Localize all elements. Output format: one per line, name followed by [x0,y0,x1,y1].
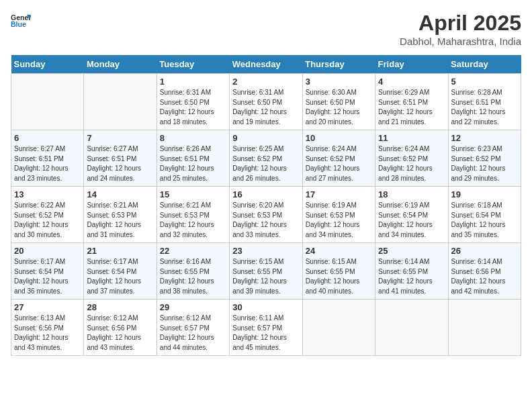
day-info: Sunrise: 6:11 AMSunset: 6:57 PMDaylight:… [232,314,299,353]
day-number: 1 [160,77,226,87]
weekday-header-tuesday: Tuesday [157,55,229,74]
calendar-cell: 20Sunrise: 6:17 AMSunset: 6:54 PMDayligh… [11,243,84,300]
day-info: Sunrise: 6:22 AMSunset: 6:52 PMDaylight:… [14,201,81,240]
calendar-cell: 14Sunrise: 6:21 AMSunset: 6:53 PMDayligh… [84,187,157,243]
day-number: 10 [306,133,372,143]
day-info: Sunrise: 6:24 AMSunset: 6:52 PMDaylight:… [378,144,445,183]
day-info: Sunrise: 6:14 AMSunset: 6:55 PMDaylight:… [378,257,445,296]
day-number: 7 [87,133,153,143]
day-number: 8 [160,133,226,143]
calendar-cell: 12Sunrise: 6:23 AMSunset: 6:52 PMDayligh… [448,130,521,187]
calendar-cell: 2Sunrise: 6:31 AMSunset: 6:50 PMDaylight… [230,74,302,130]
day-info: Sunrise: 6:28 AMSunset: 6:51 PMDaylight:… [451,88,518,127]
weekday-header-thursday: Thursday [302,55,375,74]
day-number: 11 [378,133,445,143]
day-info: Sunrise: 6:23 AMSunset: 6:52 PMDaylight:… [451,144,518,183]
calendar-cell [302,300,375,356]
day-number: 12 [451,133,518,143]
calendar-week-row: 6Sunrise: 6:27 AMSunset: 6:51 PMDaylight… [11,130,521,187]
day-info: Sunrise: 6:24 AMSunset: 6:52 PMDaylight:… [306,144,372,183]
calendar-cell [448,300,521,356]
calendar-cell: 27Sunrise: 6:13 AMSunset: 6:56 PMDayligh… [11,300,84,356]
day-number: 24 [306,246,372,256]
calendar-cell: 8Sunrise: 6:26 AMSunset: 6:51 PMDaylight… [157,130,229,187]
day-number: 27 [14,302,81,312]
day-number: 21 [87,246,153,256]
day-number: 15 [160,189,226,199]
day-info: Sunrise: 6:19 AMSunset: 6:54 PMDaylight:… [378,201,445,240]
calendar-cell: 3Sunrise: 6:30 AMSunset: 6:50 PMDaylight… [302,74,375,130]
calendar-cell: 26Sunrise: 6:14 AMSunset: 6:56 PMDayligh… [448,243,521,300]
weekday-header-saturday: Saturday [448,55,521,74]
day-info: Sunrise: 6:25 AMSunset: 6:52 PMDaylight:… [232,144,299,183]
day-info: Sunrise: 6:21 AMSunset: 6:53 PMDaylight:… [160,201,226,240]
day-number: 18 [378,189,445,199]
day-number: 26 [451,246,518,256]
calendar-week-row: 1Sunrise: 6:31 AMSunset: 6:50 PMDaylight… [11,74,521,130]
day-info: Sunrise: 6:29 AMSunset: 6:51 PMDaylight:… [378,88,445,127]
logo: General Blue [11,11,31,31]
calendar-cell: 9Sunrise: 6:25 AMSunset: 6:52 PMDaylight… [230,130,302,187]
month-title: April 2025 [400,11,521,36]
day-info: Sunrise: 6:12 AMSunset: 6:57 PMDaylight:… [160,314,226,353]
day-info: Sunrise: 6:14 AMSunset: 6:56 PMDaylight:… [451,257,518,296]
day-number: 16 [232,189,299,199]
calendar-cell: 25Sunrise: 6:14 AMSunset: 6:55 PMDayligh… [375,243,448,300]
calendar-cell: 4Sunrise: 6:29 AMSunset: 6:51 PMDaylight… [375,74,448,130]
calendar-cell: 13Sunrise: 6:22 AMSunset: 6:52 PMDayligh… [11,187,84,243]
header: General Blue April 2025 Dabhol, Maharash… [11,11,521,47]
day-number: 20 [14,246,81,256]
calendar-cell: 16Sunrise: 6:20 AMSunset: 6:53 PMDayligh… [230,187,302,243]
day-number: 25 [378,246,445,256]
subtitle: Dabhol, Maharashtra, India [400,36,521,47]
weekday-header-wednesday: Wednesday [230,55,302,74]
calendar-cell: 15Sunrise: 6:21 AMSunset: 6:53 PMDayligh… [157,187,229,243]
day-number: 29 [160,302,226,312]
day-info: Sunrise: 6:31 AMSunset: 6:50 PMDaylight:… [160,88,226,127]
calendar-cell: 28Sunrise: 6:12 AMSunset: 6:56 PMDayligh… [84,300,157,356]
day-info: Sunrise: 6:20 AMSunset: 6:53 PMDaylight:… [232,201,299,240]
calendar-week-row: 27Sunrise: 6:13 AMSunset: 6:56 PMDayligh… [11,300,521,356]
calendar-cell: 11Sunrise: 6:24 AMSunset: 6:52 PMDayligh… [375,130,448,187]
calendar-cell: 22Sunrise: 6:16 AMSunset: 6:55 PMDayligh… [157,243,229,300]
calendar-cell: 10Sunrise: 6:24 AMSunset: 6:52 PMDayligh… [302,130,375,187]
day-info: Sunrise: 6:12 AMSunset: 6:56 PMDaylight:… [87,314,153,353]
day-number: 23 [232,246,299,256]
day-info: Sunrise: 6:21 AMSunset: 6:53 PMDaylight:… [87,201,153,240]
calendar-cell: 24Sunrise: 6:15 AMSunset: 6:55 PMDayligh… [302,243,375,300]
weekday-header-row: SundayMondayTuesdayWednesdayThursdayFrid… [11,55,521,74]
calendar-cell: 7Sunrise: 6:27 AMSunset: 6:51 PMDaylight… [84,130,157,187]
day-info: Sunrise: 6:16 AMSunset: 6:55 PMDaylight:… [160,257,226,296]
calendar-week-row: 20Sunrise: 6:17 AMSunset: 6:54 PMDayligh… [11,243,521,300]
calendar-cell: 17Sunrise: 6:19 AMSunset: 6:53 PMDayligh… [302,187,375,243]
day-info: Sunrise: 6:15 AMSunset: 6:55 PMDaylight:… [232,257,299,296]
day-info: Sunrise: 6:19 AMSunset: 6:53 PMDaylight:… [306,201,372,240]
day-number: 2 [232,77,299,87]
day-info: Sunrise: 6:17 AMSunset: 6:54 PMDaylight:… [87,257,153,296]
day-info: Sunrise: 6:27 AMSunset: 6:51 PMDaylight:… [14,144,81,183]
calendar-week-row: 13Sunrise: 6:22 AMSunset: 6:52 PMDayligh… [11,187,521,243]
title-area: April 2025 Dabhol, Maharashtra, India [400,11,521,47]
day-number: 17 [306,189,372,199]
calendar-cell: 19Sunrise: 6:18 AMSunset: 6:54 PMDayligh… [448,187,521,243]
day-number: 9 [232,133,299,143]
day-number: 4 [378,77,445,87]
weekday-header-friday: Friday [375,55,448,74]
day-info: Sunrise: 6:13 AMSunset: 6:56 PMDaylight:… [14,314,81,353]
day-info: Sunrise: 6:17 AMSunset: 6:54 PMDaylight:… [14,257,81,296]
calendar-cell: 5Sunrise: 6:28 AMSunset: 6:51 PMDaylight… [448,74,521,130]
calendar-table: SundayMondayTuesdayWednesdayThursdayFrid… [11,55,521,356]
calendar-cell: 18Sunrise: 6:19 AMSunset: 6:54 PMDayligh… [375,187,448,243]
calendar-cell: 29Sunrise: 6:12 AMSunset: 6:57 PMDayligh… [157,300,229,356]
day-info: Sunrise: 6:26 AMSunset: 6:51 PMDaylight:… [160,144,226,183]
day-number: 28 [87,302,153,312]
day-number: 14 [87,189,153,199]
day-number: 13 [14,189,81,199]
day-number: 22 [160,246,226,256]
calendar-cell: 6Sunrise: 6:27 AMSunset: 6:51 PMDaylight… [11,130,84,187]
day-info: Sunrise: 6:15 AMSunset: 6:55 PMDaylight:… [306,257,372,296]
calendar-cell [11,74,84,130]
day-number: 3 [306,77,372,87]
logo-icon: General Blue [11,11,31,31]
weekday-header-sunday: Sunday [11,55,84,74]
